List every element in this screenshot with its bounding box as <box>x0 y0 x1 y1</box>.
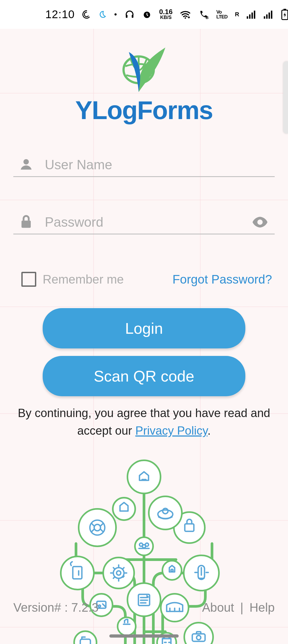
svg-rect-12 <box>271 11 272 19</box>
notification-swirl-icon <box>82 10 91 19</box>
privacy-policy-link[interactable]: Privacy Policy <box>135 424 207 437</box>
svg-rect-9 <box>264 16 265 19</box>
signal-1-icon <box>247 10 256 19</box>
svg-point-3 <box>185 17 186 19</box>
status-time: 12:10 <box>45 8 75 21</box>
login-button[interactable]: Login <box>43 308 245 348</box>
roaming-indicator: R <box>235 11 239 18</box>
svg-rect-14 <box>283 9 286 10</box>
gesture-nav-pill[interactable] <box>109 634 179 638</box>
net-speed-indicator: 0.16KB/S <box>159 9 173 20</box>
svg-point-25 <box>103 557 134 588</box>
wifi-icon <box>180 10 191 19</box>
svg-point-22 <box>113 498 135 520</box>
username-input[interactable] <box>45 157 275 172</box>
dot-icon: • <box>114 10 117 19</box>
alarm-icon <box>142 10 152 19</box>
svg-point-24 <box>61 556 94 590</box>
svg-rect-11 <box>269 13 270 19</box>
svg-rect-8 <box>254 11 255 19</box>
volte-indicator: VoLTED <box>216 10 227 19</box>
svg-point-26 <box>162 561 182 580</box>
help-link[interactable]: Help <box>249 600 275 614</box>
toggle-password-visibility-icon[interactable] <box>251 216 269 228</box>
password-field-row <box>13 214 275 234</box>
svg-rect-0 <box>126 15 127 18</box>
footer: Version# : 7.2.3 About | Help <box>0 600 288 615</box>
app-logo-icon <box>117 40 171 93</box>
svg-rect-10 <box>266 14 267 19</box>
remember-me-label: Remember me <box>43 272 124 286</box>
svg-rect-1 <box>132 15 133 18</box>
version-label: Version# : 7.2.3 <box>13 600 99 615</box>
svg-rect-7 <box>251 13 253 19</box>
agreement-text: By continuing, you agree that you have r… <box>13 404 275 439</box>
lock-icon <box>18 214 34 230</box>
svg-point-28 <box>135 537 153 555</box>
call-bluetooth-icon: B <box>198 9 209 20</box>
battery-icon <box>281 9 288 20</box>
password-input[interactable] <box>45 214 240 230</box>
edge-panel-handle[interactable] <box>283 61 288 133</box>
svg-point-18 <box>257 219 263 225</box>
forgot-password-link[interactable]: Forgot Password? <box>173 272 272 286</box>
svg-point-20 <box>79 509 116 546</box>
svg-point-23 <box>149 496 182 529</box>
svg-point-19 <box>127 460 161 493</box>
about-link[interactable]: About <box>202 600 234 614</box>
username-field-row <box>13 157 275 177</box>
footer-separator: | <box>240 600 243 614</box>
svg-point-16 <box>23 159 29 164</box>
remember-me-checkbox[interactable] <box>21 272 36 287</box>
app-title: YLogForms <box>13 96 275 125</box>
svg-rect-17 <box>22 221 31 228</box>
svg-text:B: B <box>206 15 209 20</box>
headphones-icon <box>125 9 135 19</box>
remember-me-option[interactable]: Remember me <box>21 272 124 287</box>
svg-rect-6 <box>249 14 250 19</box>
svg-rect-5 <box>247 16 248 19</box>
status-bar: 12:10 • 0.16KB/S B VoLTED R <box>0 0 288 29</box>
signal-2-icon <box>264 10 273 19</box>
notification-crescent-icon <box>99 10 107 18</box>
scan-qr-button[interactable]: Scan QR code <box>43 356 245 396</box>
user-icon <box>18 157 34 172</box>
